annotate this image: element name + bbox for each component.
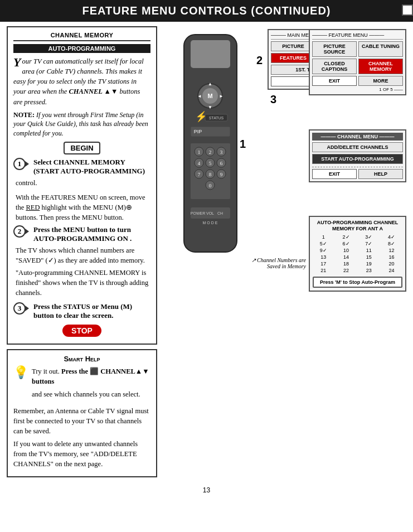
feature-menu-title: ——— FEATURE MENU ——— (312, 32, 403, 40)
ch-17: 17 (313, 261, 334, 267)
remote-control: M ▲ ▼ ◄ ► ⚡ STATUS PIP (167, 32, 254, 279)
svg-text:5: 5 (209, 161, 212, 166)
step-3-number: 3 (13, 302, 26, 315)
smart-help-title: Smart Help (13, 355, 150, 363)
ch-13: 13 (313, 254, 334, 260)
section-title: Channel Memory (13, 32, 150, 41)
remote-area: M ▲ ▼ ◄ ► ⚡ STATUS PIP (162, 26, 406, 294)
svg-text:M O D E: M O D E (203, 221, 218, 225)
ch-15: 15 (358, 254, 380, 260)
channel-item-start-auto: START AUTO-PROGRAMMING (312, 154, 403, 164)
smart-help-box: Smart Help 💡 Try it out. Press the ⬛ CHA… (7, 349, 157, 477)
remote-svg: M ▲ ▼ ◄ ► ⚡ STATUS PIP (167, 32, 254, 277)
page-indicator: 1 OF 5 —— (312, 87, 403, 92)
step-2-title: Press the MENU button to turn AUTO-PROGR… (33, 225, 150, 243)
svg-text:CH: CH (217, 211, 223, 215)
step-2-number: 2 (13, 225, 26, 238)
svg-text:3: 3 (220, 149, 223, 155)
step-1-number: 1 (13, 158, 26, 170)
step-1-body: control. (13, 178, 150, 188)
page: FEATURE MENU CONTROLS (CONTINUED) Channe… (0, 0, 413, 532)
svg-text:◄: ◄ (197, 94, 202, 99)
svg-text:▲: ▲ (208, 81, 212, 86)
feature-item-picture-source: PICTURE SOURCE (312, 41, 357, 57)
left-column: Channel Memory Auto-Programming Your TV … (7, 26, 157, 477)
ch-1: 1 (313, 234, 334, 240)
ch-10: 10 (336, 248, 357, 253)
begin-button: BEGIN (64, 142, 100, 154)
channel-mem-title: ——— CHANNEL MENU ——— (312, 133, 403, 141)
svg-text:M: M (207, 93, 212, 99)
smart-help-extra: Remember, an Antenna or Cable TV signal … (13, 406, 150, 470)
ch-6: 6✓ (336, 241, 357, 246)
ch-20: 20 (381, 261, 402, 267)
channel-mem-box: ——— CHANNEL MENU ——— ADD/DELETE CHANNELS… (309, 129, 406, 182)
press-m-button: Press 'M' to Stop Auto-Program (313, 277, 402, 288)
page-number: 13 (0, 482, 413, 496)
feature-menu-grid: PICTURE SOURCE CABLE TUNING CLOSED CAPTI… (312, 41, 403, 86)
svg-text:8: 8 (209, 172, 212, 177)
feature-menu-box: ——— FEATURE MENU ——— PICTURE SOURCE CABL… (309, 29, 406, 95)
intro-text: Your TV can automatically set itself for… (13, 56, 150, 107)
header-corner-box (402, 4, 413, 16)
channel-item-exit: EXIT (312, 169, 357, 179)
channel-item-help: HELP (358, 169, 403, 179)
auto-prog-panel: AUTO-PROGRAMMING CHANNEL MEMORY FOR ANT … (309, 216, 406, 292)
ch-7: 7✓ (358, 241, 380, 246)
step-1-header: 1 Select CHANNEL MEMORY(START AUTO-PROGR… (13, 158, 150, 176)
svg-text:▼: ▼ (208, 105, 212, 110)
step-2-pre-text: With the FEATURES MENU on screen, move t… (13, 192, 150, 223)
feature-item-channel-memory: CHANNEL MEMORY (358, 59, 403, 74)
channel-grid: 1 2✓ 3✓ 4✓ 5✓ 6✓ 7✓ 8✓ 9✓ 10 11 12 (313, 234, 402, 273)
note-text: NOTE: If you went through First Time Set… (13, 110, 150, 138)
step-label-3: 3 (270, 93, 276, 106)
ch-9: 9✓ (313, 248, 334, 253)
feature-item-closed-captions: CLOSED CAPTIONS (312, 59, 357, 74)
svg-text:2: 2 (209, 149, 212, 155)
auto-prog-box: AUTO-PROGRAMMING CHANNEL MEMORY FOR ANT … (309, 216, 406, 292)
step-label-1: 1 (240, 138, 246, 151)
stop-button: STOP (62, 325, 101, 337)
ch-16: 16 (381, 254, 402, 260)
svg-text:6: 6 (220, 161, 223, 166)
ch-11: 11 (358, 248, 380, 253)
step-3-title: Press the STATUS or Menu (M) button to c… (33, 302, 150, 320)
svg-text:1: 1 (198, 149, 201, 155)
step-label-2: 2 (256, 54, 263, 67)
svg-text:0: 0 (209, 183, 212, 188)
smart-help-row: 💡 Try it out. Press the ⬛ CHANNEL▲▼ butt… (13, 366, 150, 402)
step-3: 3 Press the STATUS or Menu (M) button to… (13, 302, 150, 320)
svg-text:7: 7 (198, 172, 201, 177)
svg-text:STATUS: STATUS (209, 116, 224, 120)
section-subtitle: Auto-Programming (13, 44, 150, 53)
ch-21: 21 (313, 268, 334, 273)
smart-help-body: Try it out. Press the ⬛ CHANNEL▲▼ button… (32, 366, 150, 402)
svg-text:►: ► (219, 94, 223, 99)
channel-mem-footer: EXIT HELP (312, 169, 403, 179)
ch-8: 8✓ (381, 241, 402, 246)
feature-item-more: MORE (358, 76, 403, 86)
feature-item-exit: EXIT (312, 76, 357, 86)
ch-12: 12 (381, 248, 402, 253)
svg-text:9: 9 (220, 172, 223, 177)
ch-5: 5✓ (313, 241, 334, 246)
step-3-header: 3 Press the STATUS or Menu (M) button to… (13, 302, 150, 320)
header: FEATURE MENU CONTROLS (CONTINUED) (0, 0, 413, 22)
step-2-header: 2 Press the MENU button to turn AUTO-PRO… (13, 225, 150, 243)
feature-menu-panel: ——— FEATURE MENU ——— PICTURE SOURCE CABL… (309, 29, 406, 100)
divider (312, 166, 403, 167)
ch-4: 4✓ (381, 234, 402, 240)
svg-text:4: 4 (198, 161, 201, 166)
svg-rect-1 (191, 40, 230, 68)
svg-text:POWER: POWER (191, 211, 205, 215)
step-1: 1 Select CHANNEL MEMORY(START AUTO-PROGR… (13, 158, 150, 188)
feature-item-cable-tuning: CABLE TUNING (358, 41, 403, 57)
svg-text:VOL: VOL (206, 211, 214, 215)
step-2: 2 Press the MENU button to turn AUTO-PRO… (13, 225, 150, 298)
drop-cap: Y (13, 56, 21, 69)
step-1-title: Select CHANNEL MEMORY(START AUTO-PROGRAM… (33, 158, 145, 176)
ch-18: 18 (336, 261, 357, 267)
svg-text:PIP: PIP (194, 129, 202, 134)
channel-item-add-delete: ADD/DELETE CHANNELS (312, 142, 403, 152)
ch-14: 14 (336, 254, 357, 260)
